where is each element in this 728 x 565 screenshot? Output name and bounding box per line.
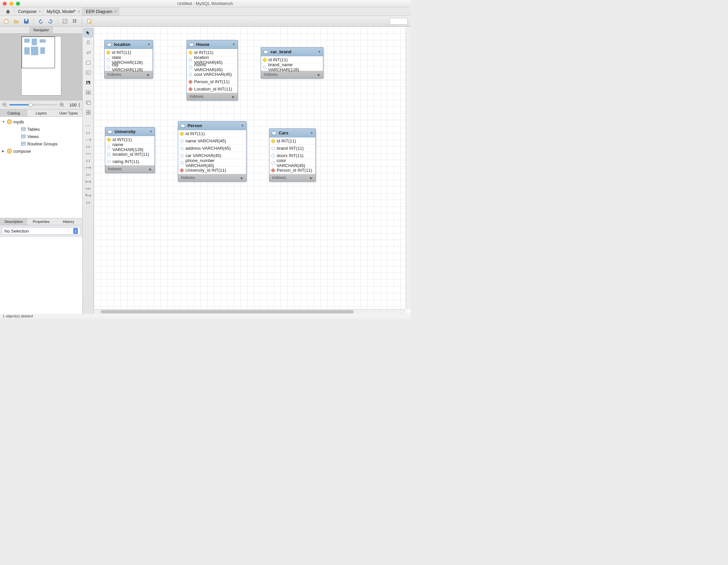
column-row[interactable]: rating INT(11) [105, 158, 155, 165]
entity-header[interactable]: Person▼ [178, 122, 246, 130]
column-row[interactable]: Person_id INT(11) [187, 78, 237, 86]
zoom-slider[interactable] [9, 104, 57, 106]
redo-button[interactable] [46, 17, 55, 25]
expand-icon[interactable]: ▶ [241, 176, 243, 180]
entity-header[interactable]: Cars▼ [269, 129, 315, 138]
entity-indexes-footer[interactable]: Indexes▶ [105, 165, 155, 173]
tree-item-views[interactable]: Views [0, 133, 82, 140]
column-row[interactable]: id INT(11) [269, 138, 315, 145]
navigator-tab[interactable]: Navigator [29, 27, 53, 33]
expand-icon[interactable]: ▶ [149, 167, 152, 171]
tree-item-compose[interactable]: ▶compose [0, 147, 82, 155]
tab-compose[interactable]: Compose× [15, 7, 43, 16]
column-row[interactable]: brand INT(11) [269, 145, 315, 152]
entity-header[interactable]: University▼ [105, 128, 155, 136]
table-tool[interactable] [84, 88, 93, 97]
horizontal-scrollbar[interactable] [94, 309, 406, 314]
hand-tool[interactable] [84, 38, 93, 47]
zoom-out-icon[interactable] [2, 102, 7, 108]
triangle-down-icon[interactable]: ▼ [2, 120, 5, 124]
rel-n-m-tool[interactable] [84, 177, 93, 186]
expand-icon[interactable]: ▶ [310, 176, 313, 180]
tree-item-routine-groups[interactable]: Routine Groups [0, 140, 82, 147]
column-row[interactable]: phone_number VARCHAR(45) [178, 159, 246, 167]
collapse-icon[interactable]: ▼ [318, 50, 321, 54]
entity-indexes-footer[interactable]: Indexes▶ [187, 93, 237, 100]
image-tool[interactable] [84, 78, 93, 87]
entity-person[interactable]: Person▼id INT(11)name VARCHAR(45)address… [178, 121, 246, 182]
undo-button[interactable] [36, 17, 45, 25]
tab-close-icon[interactable]: × [39, 9, 41, 14]
rel-1-1-id-tool[interactable] [84, 149, 93, 158]
layer-tool[interactable] [84, 58, 93, 67]
zoom-value[interactable]: 100 [67, 103, 77, 108]
history-tab[interactable]: History [55, 218, 82, 225]
entity-header[interactable]: car_brand▼ [261, 48, 323, 56]
save-button[interactable] [22, 17, 31, 25]
pointer-tool[interactable] [84, 28, 93, 37]
catalog-tab[interactable]: Catalog [0, 110, 27, 117]
catalog-tree[interactable]: ▼mydbTablesViewsRoutine Groups▶compose [0, 117, 82, 218]
validate-button[interactable] [85, 17, 94, 25]
vertical-scrollbar[interactable] [406, 27, 410, 309]
rel-1-n-nonid-tool[interactable] [84, 135, 93, 144]
rel-1-1-nonid-tool[interactable] [84, 121, 93, 131]
tab-close-icon[interactable]: × [78, 9, 80, 14]
rel-existing-tool[interactable] [84, 191, 93, 200]
expand-icon[interactable]: ▶ [318, 73, 320, 77]
entity-indexes-footer[interactable]: Indexes▶ [269, 174, 315, 181]
entity-car_brand[interactable]: car_brand▼id INT(11)brand_name VARCHAR(1… [261, 47, 323, 79]
collapse-icon[interactable]: ▼ [241, 124, 244, 128]
open-file-button[interactable] [12, 17, 21, 25]
toggle-grid-button[interactable] [61, 17, 69, 25]
column-row[interactable]: color VARCHAR(45) [269, 159, 315, 167]
description-tab[interactable]: Description [0, 218, 27, 225]
align-button[interactable] [71, 17, 79, 25]
entity-cars[interactable]: Cars▼id INT(11)brand INT(11)doors INT(11… [269, 129, 316, 182]
new-file-button[interactable] [2, 17, 11, 25]
entity-university[interactable]: University▼id INT(11)name VARCHAR(128)lo… [105, 127, 155, 173]
eraser-tool[interactable] [84, 48, 93, 57]
properties-tab[interactable]: Properties [27, 218, 55, 225]
zoom-in-icon[interactable] [59, 102, 65, 108]
column-row[interactable]: name VARCHAR(128) [105, 143, 155, 151]
column-row[interactable]: city VARCHAR(128) [105, 64, 153, 71]
user-types-tab[interactable]: User Types [55, 110, 82, 117]
collapse-icon[interactable]: ▼ [149, 130, 153, 134]
collapse-icon[interactable]: ▼ [310, 131, 313, 135]
tree-item-mydb[interactable]: ▼mydb [0, 118, 82, 126]
column-row[interactable]: name VARCHAR(45) [178, 138, 246, 145]
tree-item-tables[interactable]: Tables [0, 126, 82, 133]
home-tab[interactable] [1, 7, 15, 16]
entity-house[interactable]: House▼id INT(11)location VARCHAR(45)room… [186, 40, 238, 101]
entity-header[interactable]: location▼ [105, 40, 153, 49]
triangle-right-icon[interactable]: ▶ [2, 149, 5, 153]
diagram-canvas[interactable]: location▼id INT(11)state VARCHAR(128)cit… [94, 27, 410, 314]
tab-close-icon[interactable]: × [114, 9, 117, 14]
entity-location[interactable]: location▼id INT(11)state VARCHAR(128)cit… [104, 40, 153, 79]
column-row[interactable]: id INT(11) [178, 130, 246, 138]
rel-1-n-id-tool[interactable] [84, 163, 93, 172]
description-select[interactable]: No Selection ▲▼ [2, 227, 80, 235]
entity-header[interactable]: House▼ [187, 40, 237, 49]
tab-mysql-model-[interactable]: MySQL Model*× [43, 7, 83, 16]
column-row[interactable]: brand_name VARCHAR(128) [261, 64, 323, 71]
expand-icon[interactable]: ▶ [147, 73, 150, 77]
column-row[interactable]: location_id INT(11) [105, 151, 155, 158]
routine-tool[interactable] [84, 108, 93, 117]
expand-icon[interactable]: ▶ [232, 95, 235, 99]
note-tool[interactable]: N [84, 68, 93, 77]
zoom-stepper-icon[interactable]: ▴▾ [79, 102, 80, 108]
entity-indexes-footer[interactable]: Indexes▶ [178, 174, 246, 181]
column-row[interactable]: Location_id INT(11) [187, 86, 237, 93]
collapse-icon[interactable]: ▼ [147, 43, 151, 46]
tab-eer-diagram[interactable]: EER Diagram× [83, 7, 119, 16]
toolbar-search-input[interactable] [390, 18, 408, 25]
column-row[interactable]: cost VARCHAR(45) [187, 71, 237, 78]
collapse-icon[interactable]: ▼ [232, 43, 235, 46]
column-row[interactable]: address VARCHAR(45) [178, 145, 246, 152]
column-row[interactable]: rooms VARCHAR(45) [187, 64, 237, 71]
view-tool[interactable] [84, 98, 93, 107]
layers-tab[interactable]: Layers [27, 110, 55, 117]
minimap[interactable] [0, 34, 82, 100]
